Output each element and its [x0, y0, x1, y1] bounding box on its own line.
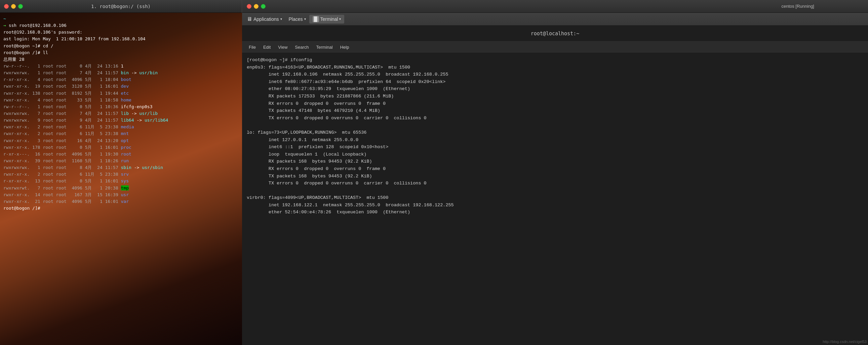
traffic-lights-right — [247, 4, 266, 9]
left-line-1: → ssh root@192.168.0.106 — [3, 22, 238, 29]
left-terminal-content[interactable]: ~ → ssh root@192.168.0.106 root@192.168.… — [0, 13, 242, 345]
places-chevron: ▾ — [304, 17, 306, 21]
right-line-6: RX errors 0 dropped 0 overruns 0 frame 0 — [247, 100, 863, 107]
left-line-17: rwxr-xr-x. 2 root root 6 11月 5 23:38 mnt — [3, 130, 238, 137]
right-line-1: enp0s3: flags=4163<UP,BROADCAST,RUNNING,… — [247, 64, 863, 71]
left-line-19: rwxr-xr-x. 178 root root 0 5月 1 16:01 pr… — [3, 144, 238, 151]
left-line-0: ~ — [3, 15, 238, 22]
right-terminal[interactable]: centos [Running] 🖥 Applications ▾ Places… — [242, 0, 868, 345]
right-line-12: inet6 ::1 prefixlen 128 scopeid 0x10<hos… — [247, 143, 863, 151]
inner-menu-search[interactable]: Search — [292, 44, 311, 50]
right-line-10: lo: flags=73<UP,LOOPBACK,RUNNING> mtu 65… — [247, 129, 863, 136]
close-button-left[interactable] — [4, 4, 9, 9]
applications-chevron: ▾ — [280, 17, 282, 21]
left-line-27: rwxr-xr-x. 21 root root 4096 5月 1 16:01 … — [3, 198, 238, 205]
places-label: Places — [289, 16, 303, 22]
left-terminal[interactable]: 1. root@bogon:/ (ssh) ~ → ssh root@192.1… — [0, 0, 242, 345]
inner-menu-file[interactable]: File — [246, 44, 258, 50]
right-line-9 — [247, 122, 863, 129]
left-line-10: rwxr-xr-x. 19 root root 3120 5月 1 16:01 … — [3, 83, 238, 90]
left-line-22: rwxrwxrwx. 1 root root 8 4月 24 11:57 sbi… — [3, 164, 238, 171]
right-line-15: RX errors 0 dropped 0 overruns 0 frame 0 — [247, 165, 863, 173]
left-line-9: r-xr-xr-x. 4 root root 4096 5月 1 18:04 b… — [3, 76, 238, 83]
terminal-chevron: ▾ — [339, 17, 341, 21]
terminal-taskbar-label: Terminal — [320, 16, 338, 22]
watermark: http://blog.csdn.net/cigel53 — [823, 340, 867, 344]
right-line-21: ether 52:54:00:e4:78:26 txqueuelen 1000 … — [247, 209, 863, 216]
left-line-25: rwxrwxrwt. 7 root root 4096 5月 1 20:38 t… — [3, 185, 238, 192]
left-line-28: root@bogon /]# — [3, 205, 238, 212]
right-line-19: virbr0: flags=4099<UP,BROADCAST,MULTICAS… — [247, 194, 863, 202]
right-line-2: inet 192.168.0.106 netmask 255.255.255.0… — [247, 71, 863, 78]
right-line-16: TX packets 168 bytes 94453 (92.2 KiB) — [247, 173, 863, 180]
left-line-13: rw-r--r--. 1 root root 0 5月 1 10:36 ifcf… — [3, 103, 238, 110]
right-terminal-content[interactable]: [root@bogon ~]# ifconfig enp0s3: flags=4… — [242, 53, 868, 345]
terminal-title-bar: root@localhost:~ — [242, 26, 868, 42]
left-line-16: rwxr-xr-x. 2 root root 6 11月 5 23:38 med… — [3, 124, 238, 130]
left-line-4: root@bogon ~]# cd / — [3, 43, 238, 49]
left-line-7: rw-r--r--. 1 root root 0 4月 24 13:16 1 — [3, 63, 238, 70]
left-line-2: root@192.168.0.106's password: — [3, 29, 238, 36]
left-line-26: rwxr-xr-x. 14 root root 167 3月 15 16:39 … — [3, 192, 238, 198]
applications-menu[interactable]: 🖥 Applications ▾ — [243, 15, 285, 24]
right-line-13: loop txqueuelen 1 (Local Loopback) — [247, 151, 863, 158]
left-terminal-title: 1. root@bogon:/ (ssh) — [91, 4, 151, 9]
right-line-4: ether 08:00:27:63:95:29 txqueuelen 1000 … — [247, 85, 863, 93]
right-line-0: [root@bogon ~]# ifconfig — [247, 57, 863, 64]
terminal-title: root@localhost:~ — [531, 31, 580, 37]
left-line-23: rwxr-xr-x. 2 root root 6 11月 5 23:38 srv — [3, 171, 238, 178]
right-line-8: TX errors 0 dropped 0 overruns 0 carrier… — [247, 114, 863, 122]
left-line-12: rwxr-xr-x. 4 root root 33 5月 1 18:58 hom… — [3, 97, 238, 103]
inner-menu-view[interactable]: View — [275, 44, 290, 50]
close-button-right[interactable] — [247, 4, 251, 9]
left-titlebar: 1. root@bogon:/ (ssh) — [0, 0, 242, 13]
terminal-taskbar-item[interactable]: ▉ Terminal ▾ — [309, 15, 345, 24]
right-line-20: inet 192.168.122.1 netmask 255.255.255.0… — [247, 202, 863, 209]
right-line-5: RX packets 172533 bytes 221887866 (211.6… — [247, 93, 863, 100]
minimize-button-right[interactable] — [254, 4, 258, 9]
places-menu[interactable]: Places ▾ — [285, 15, 309, 23]
left-line-20: r-xr-x---. 16 root root 4096 5月 1 19:30 … — [3, 151, 238, 158]
left-line-3: ast login: Mon May 1 21:00:10 2017 from … — [3, 36, 238, 42]
left-line-14: rwxrwxrwx. 7 root root 7 4月 24 11:57 lib… — [3, 110, 238, 117]
inner-menu-help[interactable]: Help — [338, 44, 352, 50]
inner-menu-terminal[interactable]: Terminal — [314, 44, 336, 50]
left-line-6: 总用量 28 — [3, 56, 238, 63]
inner-menubar: File Edit View Search Terminal Help — [242, 42, 868, 53]
left-line-5: root@bogon /]# ll — [3, 49, 238, 56]
right-line-7: TX packets 47148 bytes 4679210 (4.4 MiB) — [247, 107, 863, 114]
applications-label: Applications — [253, 16, 279, 22]
gnome-menubar: 🖥 Applications ▾ Places ▾ ▉ Terminal ▾ — [242, 13, 868, 26]
right-line-11: inet 127.0.0.1 netmask 255.0.0.0 — [247, 136, 863, 144]
inner-menu-edit[interactable]: Edit — [260, 44, 273, 50]
left-line-8: rwxrwxrwx. 1 root root 7 4月 24 11:57 bin… — [3, 70, 238, 76]
gnome-titlebar: centos [Running] — [242, 0, 868, 13]
left-line-21: rwxr-xr-x. 39 root root 1160 5月 1 18:26 … — [3, 158, 238, 164]
terminal-taskbar-icon: ▉ — [313, 16, 319, 22]
right-window-title: centos [Running] — [781, 4, 814, 9]
right-line-14: RX packets 168 bytes 94453 (92.2 KiB) — [247, 158, 863, 165]
left-content-overlay: ~ → ssh root@192.168.0.106 root@192.168.… — [3, 15, 238, 342]
left-line-18: rwxr-xr-x. 3 root root 16 4月 24 13:20 op… — [3, 137, 238, 144]
left-line-11: rwxr-xr-x. 138 root root 8192 5月 1 19:44… — [3, 90, 238, 97]
right-line-18 — [247, 187, 863, 195]
maximize-button-right[interactable] — [261, 4, 266, 9]
right-line-17: TX errors 0 dropped 0 overruns 0 carrier… — [247, 180, 863, 187]
traffic-lights-left — [4, 4, 23, 9]
left-line-24: r-xr-xr-x. 13 root root 0 5月 1 16:01 sys — [3, 178, 238, 184]
applications-icon: 🖥 — [247, 16, 252, 22]
minimize-button-left[interactable] — [11, 4, 16, 9]
maximize-button-left[interactable] — [18, 4, 23, 9]
left-line-15: rwxrwxrwx. 9 root root 9 4月 24 11:57 lib… — [3, 117, 238, 124]
right-line-3: inet6 fe80::6677:ac93:e64e:b6db prefixle… — [247, 78, 863, 86]
